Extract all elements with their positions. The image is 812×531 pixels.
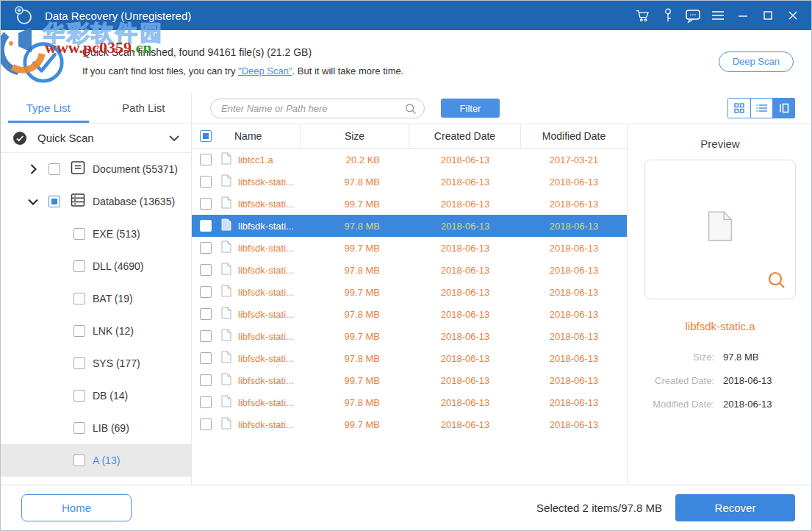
subtype-checkbox[interactable] [73,260,85,272]
file-modified-date: 2018-06-13 [521,177,627,188]
row-checkbox[interactable] [200,330,212,342]
subtype-checkbox[interactable] [73,357,85,369]
maximize-button[interactable] [755,1,780,30]
table-row[interactable]: libfsdk-stati... 97.8 MB 2018-06-13 2018… [192,347,627,369]
preview-detail-label: Modified Date: [628,399,714,410]
file-name: libfsdk-stati... [238,243,294,254]
subtype-checkbox[interactable] [73,325,85,337]
tree-subtype-item[interactable]: BAT (19) [1,282,191,315]
chevron-down-icon[interactable] [169,132,179,145]
row-checkbox[interactable] [200,396,212,408]
row-checkbox[interactable] [200,308,212,320]
search-input[interactable] [210,99,425,118]
row-checkbox[interactable] [200,352,212,364]
table-row[interactable]: libfsdk-stati... 99.7 MB 2018-06-13 2018… [192,325,627,347]
column-header-name[interactable]: Name [220,124,301,148]
table-row[interactable]: libfsdk-stati... 97.8 MB 2018-06-13 2018… [192,171,627,193]
row-checkbox[interactable] [200,264,212,276]
table-row[interactable]: libfsdk-stati... 99.7 MB 2018-06-13 2018… [192,369,627,391]
file-modified-date: 2018-06-13 [521,353,627,364]
scan-selector[interactable]: Quick Scan [1,124,191,153]
close-button[interactable] [780,1,805,30]
recover-button[interactable]: Recover [675,494,795,521]
window-title: Data Recovery (Unregistered) [45,10,191,22]
file-created-date: 2018-06-13 [409,177,521,188]
file-name: libfsdk-stati... [238,199,294,210]
scan-result-header: Quick Scan finished, found 94161 file(s)… [1,30,811,93]
subtype-checkbox[interactable] [73,228,85,240]
row-checkbox[interactable] [200,242,212,254]
tab-type-list[interactable]: Type List [1,93,96,123]
tree-subtype-item[interactable]: SYS (177) [1,347,191,379]
column-header-size[interactable]: Size [301,124,409,148]
tree-item-label: Database (13635) [93,196,175,207]
column-header-modified[interactable]: Modified Date [521,130,627,142]
tree-subtype-item[interactable]: EXE (513) [1,218,191,250]
column-header-created[interactable]: Created Date [409,124,521,148]
menu-icon[interactable] [705,1,730,30]
row-checkbox[interactable] [200,176,212,188]
tree-item-document[interactable]: Document (55371) [1,153,191,185]
file-created-date: 2018-06-13 [409,243,521,254]
filter-button[interactable]: Filter [441,99,500,118]
subtype-checkbox[interactable] [73,422,85,434]
subtype-checkbox[interactable] [73,293,85,304]
detail-view-button[interactable] [772,99,794,118]
row-checkbox[interactable] [200,286,212,298]
document-checkbox[interactable] [48,163,60,175]
tree-subtype-item[interactable]: DLL (4690) [1,250,191,282]
file-created-date: 2018-06-13 [409,397,521,408]
tree-item-database[interactable]: Database (13635) [1,185,191,218]
deep-scan-button[interactable]: Deep Scan [719,51,794,72]
app-logo-icon [12,4,35,26]
file-size: 99.7 MB [301,199,409,210]
key-icon[interactable] [655,1,680,30]
table-row[interactable]: libfsdk-stati... 99.7 MB 2018-06-13 2018… [192,413,627,435]
zoom-preview-icon[interactable] [767,271,786,293]
scan-hint-text: If you can't find lost files, you can tr… [82,65,403,76]
table-row[interactable]: libfsdk-stati... 99.7 MB 2018-06-13 2018… [192,193,627,215]
chevron-right-icon[interactable] [27,163,39,175]
scan-complete-icon [21,39,66,85]
file-icon [221,373,231,388]
table-row[interactable]: libfsdk-stati... 97.8 MB 2018-06-13 2018… [192,391,627,413]
row-checkbox[interactable] [200,154,212,165]
row-checkbox[interactable] [200,220,212,232]
preview-panel: Preview [627,124,812,486]
tree-subtype-item[interactable]: A (13) [1,444,191,477]
scan-check-icon [12,131,27,146]
scan-status-text: Quick Scan finished, found 94161 file(s)… [82,46,403,58]
preview-detail-label: Size: [628,352,714,363]
table-row[interactable]: libtcc1.a 20.2 KB 2018-06-13 2017-03-21 [192,149,627,171]
tree-subtype-item[interactable]: LNK (12) [1,315,191,347]
row-checkbox[interactable] [200,374,212,386]
table-row[interactable]: libfsdk-stati... 99.7 MB 2018-06-13 2018… [192,237,627,259]
search-icon[interactable] [404,102,417,118]
table-row[interactable]: libfsdk-stati... 97.8 MB 2018-06-13 2018… [192,259,627,281]
chevron-down-icon[interactable] [27,196,39,207]
feedback-icon[interactable] [680,1,705,30]
tree-subtype-item[interactable]: LIB (69) [1,412,191,444]
home-button[interactable]: Home [21,494,132,521]
file-size: 97.8 MB [301,353,409,364]
cart-icon[interactable] [630,1,655,30]
file-modified-date: 2018-06-13 [521,221,627,232]
grid-view-button[interactable] [728,99,750,118]
table-row[interactable]: libfsdk-stati... 97.8 MB 2018-06-13 2018… [192,303,627,325]
tree-subtype-item[interactable]: DB (14) [1,379,191,412]
row-checkbox[interactable] [200,418,212,430]
database-checkbox[interactable] [48,196,60,207]
minimize-button[interactable] [730,1,755,30]
subtype-checkbox[interactable] [73,390,85,402]
row-checkbox[interactable] [200,198,212,210]
subtype-label: DB (14) [93,390,128,402]
table-row[interactable]: libfsdk-stati... 97.8 MB 2018-06-13 2018… [192,215,627,237]
deep-scan-link[interactable]: "Deep Scan" [238,65,292,76]
select-all-checkbox[interactable] [200,130,212,142]
table-row[interactable]: libfsdk-stati... 99.7 MB 2018-06-13 2018… [192,281,627,303]
subtype-checkbox[interactable] [73,455,85,466]
database-icon [70,192,86,211]
list-view-button[interactable] [750,99,772,118]
tab-path-list[interactable]: Path List [96,93,192,123]
preview-details: Size: 97.8 MB Created Date: 2018-06-13 M… [628,352,812,410]
